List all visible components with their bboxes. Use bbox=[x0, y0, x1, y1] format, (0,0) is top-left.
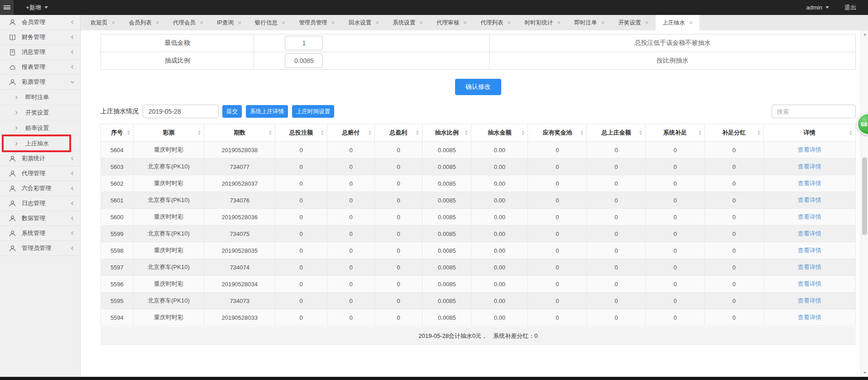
vertical-scrollbar[interactable] bbox=[861, 30, 868, 377]
close-icon[interactable]: × bbox=[375, 19, 379, 26]
view-detail-link[interactable]: 查看详情 bbox=[798, 197, 821, 203]
view-detail-link[interactable]: 查看详情 bbox=[798, 314, 821, 321]
sidebar-item[interactable]: 消息管理 bbox=[0, 45, 80, 60]
tab[interactable]: 欢迎页× bbox=[84, 15, 122, 30]
column-header[interactable]: 彩票 bbox=[133, 124, 204, 142]
tab[interactable]: 代理审核× bbox=[430, 15, 474, 30]
column-header[interactable]: 总盈利 bbox=[375, 124, 422, 142]
sidebar-subitem[interactable]: 上庄抽水 bbox=[0, 136, 80, 151]
user-menu[interactable]: admin bbox=[806, 4, 829, 11]
scrollbar-thumb[interactable] bbox=[862, 157, 867, 235]
column-header[interactable]: 应有奖金池 bbox=[528, 124, 587, 142]
tab[interactable]: 银行信息× bbox=[248, 15, 292, 30]
sort-icon[interactable] bbox=[321, 130, 324, 135]
view-detail-link[interactable]: 查看详情 bbox=[798, 280, 821, 287]
view-detail-link[interactable]: 查看详情 bbox=[798, 230, 821, 237]
scroll-down-icon[interactable] bbox=[861, 369, 868, 376]
date-input[interactable] bbox=[143, 105, 219, 118]
tab[interactable]: 管理员管理× bbox=[292, 15, 342, 30]
column-header[interactable]: 详情 bbox=[763, 124, 855, 142]
min-amount-input[interactable] bbox=[285, 36, 323, 50]
view-detail-link[interactable]: 查看详情 bbox=[798, 213, 821, 220]
sort-icon[interactable] bbox=[416, 130, 419, 135]
column-header[interactable]: 序号 bbox=[101, 124, 134, 142]
sort-icon[interactable] bbox=[639, 130, 642, 135]
tab[interactable]: 时时彩统计× bbox=[518, 15, 568, 30]
form-row-min-amount: 最低金额 总投注低于该金额不被抽水 bbox=[101, 34, 856, 52]
tab[interactable]: 代理列表× bbox=[474, 15, 518, 30]
close-icon[interactable]: × bbox=[645, 19, 649, 26]
rake-ratio-input[interactable] bbox=[285, 53, 323, 68]
sidebar-item[interactable]: 管理员管理 bbox=[0, 241, 80, 256]
sidebar-item[interactable]: 会员管理 bbox=[0, 15, 80, 30]
column-header[interactable]: 补足分红 bbox=[705, 124, 763, 142]
close-icon[interactable]: × bbox=[557, 19, 561, 26]
column-header-label: 总赔付 bbox=[342, 129, 360, 136]
sidebar-item[interactable]: 彩票管理 bbox=[0, 75, 80, 90]
scroll-up-icon[interactable] bbox=[861, 31, 868, 38]
sidebar-item[interactable]: 代理管理 bbox=[0, 166, 80, 181]
submit-button[interactable]: 提交 bbox=[222, 105, 242, 118]
sidebar-item[interactable]: 数据管理 bbox=[0, 211, 80, 226]
view-detail-link[interactable]: 查看详情 bbox=[798, 247, 821, 254]
column-header[interactable]: 系统补足 bbox=[646, 124, 705, 142]
tab[interactable]: 即时注单× bbox=[567, 15, 611, 30]
tab[interactable]: 回水设置× bbox=[342, 15, 386, 30]
sort-icon[interactable] bbox=[580, 130, 583, 135]
sort-icon[interactable] bbox=[699, 130, 701, 135]
close-icon[interactable]: × bbox=[156, 19, 159, 26]
sort-icon[interactable] bbox=[127, 130, 130, 135]
column-header[interactable]: 抽水金额 bbox=[471, 124, 528, 142]
sort-icon[interactable] bbox=[269, 130, 272, 135]
sidebar-item-label: 系统管理 bbox=[22, 229, 45, 237]
close-icon[interactable]: × bbox=[282, 19, 285, 26]
view-detail-link[interactable]: 查看详情 bbox=[798, 146, 821, 153]
view-detail-link[interactable]: 查看详情 bbox=[798, 264, 821, 270]
search-input[interactable] bbox=[772, 105, 856, 118]
system-banker-detail-button[interactable]: 系统上庄详情 bbox=[246, 105, 288, 118]
sort-icon[interactable] bbox=[465, 130, 468, 135]
sort-icon[interactable] bbox=[198, 130, 201, 135]
sidebar-subitem[interactable]: 赔率设置 bbox=[0, 120, 80, 136]
sidebar-item[interactable]: 日志管理 bbox=[0, 196, 80, 211]
sidebar-item[interactable]: 财务管理 bbox=[0, 30, 80, 45]
sidebar-item[interactable]: 彩票统计 bbox=[0, 151, 80, 166]
sort-icon[interactable] bbox=[849, 130, 852, 135]
sidebar-item[interactable]: 报表管理 bbox=[0, 60, 80, 75]
tab-active[interactable]: 上庄抽水× bbox=[656, 15, 700, 30]
logout-button[interactable]: 退出 bbox=[844, 4, 856, 12]
sort-icon[interactable] bbox=[758, 130, 760, 135]
tab[interactable]: 开奖设置× bbox=[612, 15, 656, 30]
close-icon[interactable]: × bbox=[689, 19, 693, 26]
close-icon[interactable]: × bbox=[508, 19, 511, 26]
column-header[interactable]: 期数 bbox=[204, 124, 275, 142]
view-detail-link[interactable]: 查看详情 bbox=[798, 163, 821, 170]
sort-icon[interactable] bbox=[369, 130, 371, 135]
column-header[interactable]: 抽水比例 bbox=[422, 124, 471, 142]
close-icon[interactable]: × bbox=[112, 19, 115, 26]
view-detail-link[interactable]: 查看详情 bbox=[798, 180, 821, 187]
confirm-modify-button[interactable]: 确认修改 bbox=[455, 79, 501, 95]
hamburger-icon[interactable] bbox=[0, 0, 14, 15]
close-icon[interactable]: × bbox=[200, 19, 203, 26]
view-detail-link[interactable]: 查看详情 bbox=[798, 297, 821, 304]
banker-time-setting-button[interactable]: 上庄时间设置 bbox=[292, 105, 334, 118]
sidebar-item[interactable]: 六合彩管理 bbox=[0, 181, 80, 196]
tab[interactable]: IP查询× bbox=[210, 15, 248, 30]
close-icon[interactable]: × bbox=[463, 19, 467, 26]
sidebar-subitem[interactable]: 即时注单 bbox=[0, 90, 80, 105]
close-icon[interactable]: × bbox=[419, 19, 423, 26]
sidebar-item[interactable]: 系统管理 bbox=[0, 226, 80, 241]
close-icon[interactable]: × bbox=[238, 19, 241, 26]
close-icon[interactable]: × bbox=[331, 19, 335, 26]
column-header[interactable]: 总投注额 bbox=[275, 124, 327, 142]
column-header[interactable]: 总赔付 bbox=[327, 124, 375, 142]
sort-icon[interactable] bbox=[522, 130, 524, 135]
sidebar-subitem[interactable]: 开奖设置 bbox=[0, 105, 80, 120]
add-new-dropdown[interactable]: +新增 bbox=[26, 4, 48, 12]
tab[interactable]: 会员列表× bbox=[122, 15, 166, 30]
close-icon[interactable]: × bbox=[601, 19, 604, 26]
tab[interactable]: 系统设置× bbox=[386, 15, 430, 30]
column-header[interactable]: 总上庄金额 bbox=[587, 124, 646, 142]
tab[interactable]: 代理会员× bbox=[166, 15, 210, 30]
